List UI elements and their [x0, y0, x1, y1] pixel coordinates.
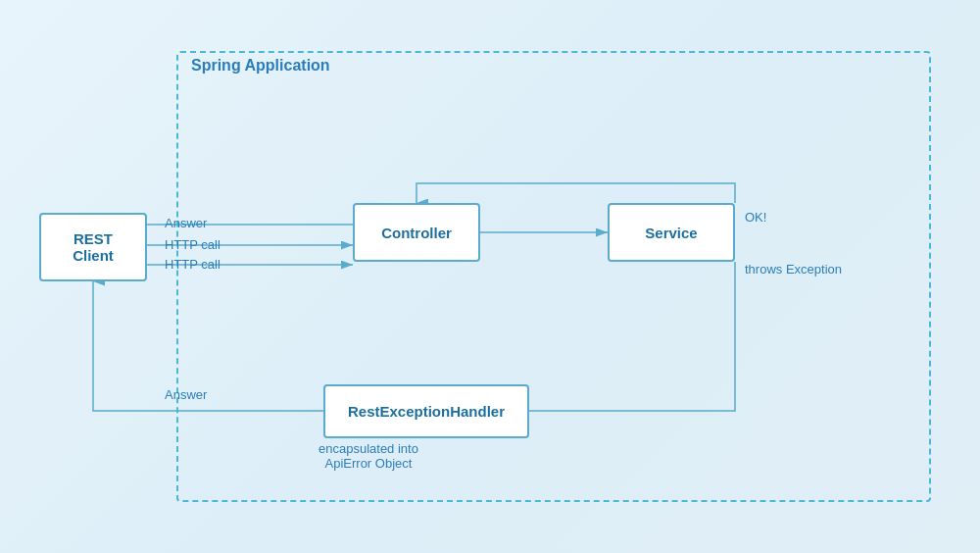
label-ok: OK! — [745, 210, 766, 225]
label-http-call-1: HTTP call — [165, 237, 220, 252]
rest-client-label: RESTClient — [73, 230, 114, 264]
exception-handler-label: RestExceptionHandler — [348, 403, 505, 420]
rest-client-box: RESTClient — [39, 213, 147, 281]
service-box: Service — [608, 203, 735, 262]
spring-app-label: Spring Application — [191, 57, 330, 75]
exception-handler-box: RestExceptionHandler — [323, 384, 529, 438]
label-answer-bottom: Answer — [165, 387, 207, 402]
label-throws-exception: throws Exception — [745, 262, 842, 276]
controller-box: Controller — [353, 203, 480, 262]
label-answer-top: Answer — [165, 216, 207, 230]
controller-label: Controller — [381, 225, 452, 241]
spring-app-boundary — [176, 51, 931, 502]
service-label: Service — [645, 225, 697, 241]
label-http-call-2: HTTP call — [165, 257, 220, 272]
diagram-container: Spring Application — [20, 22, 960, 531]
label-encapsulated: encapsulated into ApiError Object — [318, 441, 418, 471]
